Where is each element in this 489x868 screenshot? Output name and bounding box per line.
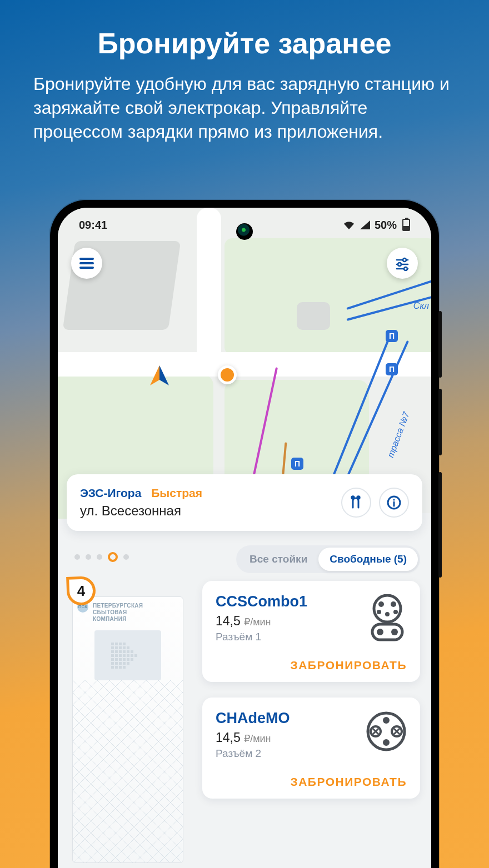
map-view[interactable]: трасса №7 Скл П П П [58,208,431,513]
svg-point-11 [374,595,401,622]
user-location-marker [147,363,172,391]
promo-headline: Бронируйте заранее [0,27,489,60]
status-time: 09:41 [79,219,107,232]
connector-list: CCSCombo1 14,5 ₽/мин Разъём 1 [202,581,420,868]
phone-frame: 09:41 50% [50,200,439,868]
station-detail-area: Все стойки Свободные (5) 4 ПСК [58,541,431,868]
phone-side-button [438,472,442,578]
pager-dot[interactable] [123,554,129,560]
pager-dot[interactable] [86,554,91,560]
info-icon [386,494,402,511]
wifi-icon [342,219,356,230]
map-bus-stop-icon: П [291,458,303,470]
reserve-button[interactable]: ЗАБРОНИРОВАТЬ [216,659,407,672]
pager-dot-active[interactable] [108,552,118,562]
svg-point-14 [377,610,381,614]
map-street-label: Скл [413,301,429,311]
route-icon [348,494,365,511]
segment-all[interactable]: Все стойки [238,548,318,571]
station-speed: Быстрая [151,486,202,499]
connector-title: CHAdeMO [216,710,290,727]
pixel-arrow-icon [111,643,145,669]
battery-icon [402,219,410,231]
filter-button[interactable] [387,248,418,279]
pager-dot[interactable] [97,554,102,560]
ccs-plug-icon [368,594,407,642]
cellular-icon [359,219,371,230]
pager-dots[interactable] [74,552,129,562]
hamburger-icon [79,262,94,264]
phone-side-button [438,311,442,378]
svg-point-15 [385,612,390,616]
connector-price: 14,5 ₽/мин [216,614,307,629]
promo-subtext: Бронируйте удобную для вас зарядную стан… [33,72,456,144]
route-button[interactable] [341,488,371,518]
svg-point-16 [393,610,398,614]
svg-point-12 [378,601,384,607]
pager-dot[interactable] [74,554,80,560]
station-marker[interactable] [218,365,237,384]
connector-slot: Разъём 2 [216,747,290,760]
station-name: ЭЗС-Игора [80,486,141,499]
phone-side-button [438,389,442,455]
promo-background: Бронируйте заранее Бронируйте удобную дл… [0,0,489,868]
station-header-card[interactable]: ЭЗС-Игора Быстрая ул. Всесезонная [67,474,422,531]
connector-price: 14,5 ₽/мин [216,730,290,745]
sliders-icon [395,255,410,271]
phone-screen: 09:41 50% [58,208,431,868]
connector-card[interactable]: CHAdeMO 14,5 ₽/мин Разъём 2 [202,698,420,799]
svg-point-9 [393,499,395,500]
connector-filter-segment[interactable]: Все стойки Свободные (5) [236,545,420,573]
reserve-button[interactable]: ЗАБРОНИРОВАТЬ [216,775,407,789]
connector-slot: Разъём 1 [216,631,307,643]
connector-card[interactable]: CCSCombo1 14,5 ₽/мин Разъём 1 [202,581,420,682]
connector-title: CCSCombo1 [216,593,307,610]
svg-point-13 [391,601,396,607]
map-bus-stop-icon: П [386,363,398,375]
battery-percent: 50% [375,219,397,232]
svg-point-3 [398,263,401,266]
map-bus-stop-icon: П [386,330,398,342]
svg-point-1 [403,258,406,262]
svg-point-18 [377,629,383,635]
svg-point-22 [383,739,390,746]
info-button[interactable] [379,488,409,518]
map-trail-label: трасса №7 [386,410,412,459]
svg-point-7 [357,496,360,499]
svg-point-5 [404,267,407,270]
menu-button[interactable] [71,248,102,279]
chademo-plug-icon [366,711,407,752]
svg-point-6 [352,496,354,499]
svg-point-19 [391,629,398,635]
phone-camera [236,223,253,240]
station-address: ул. Всесезонная [80,503,202,519]
segment-free[interactable]: Свободные (5) [318,548,418,571]
stand-screen [94,630,161,680]
svg-point-21 [383,717,390,724]
charger-stand-illustration: 4 ПСК ПЕТЕРБУРГСКАЯ СБЫТОВАЯ КОМПАНИЯ [69,581,190,868]
